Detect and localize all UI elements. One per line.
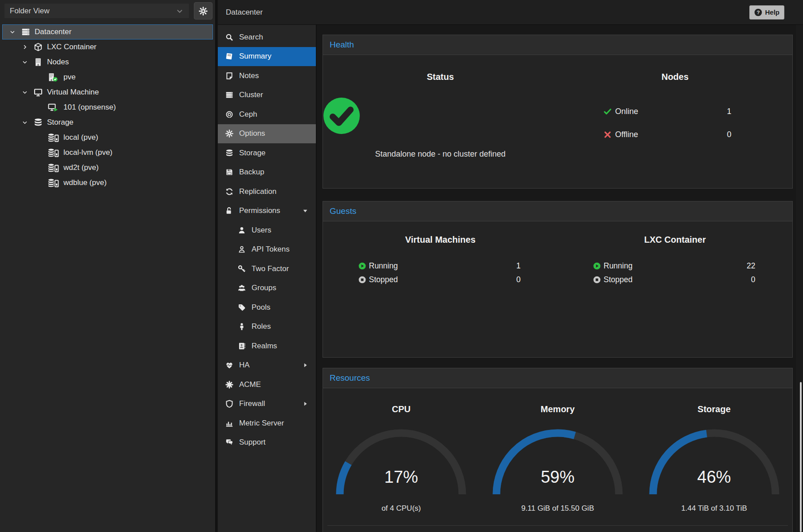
tree-item-pve[interactable]: pve [2, 70, 213, 85]
menu-item-two-factor[interactable]: Two Factor [218, 259, 316, 279]
nodes-status-column: Nodes Online1Offline0 [558, 55, 792, 159]
menu-item-replication[interactable]: Replication [218, 182, 316, 201]
tree-item-nodes[interactable]: Nodes [2, 55, 213, 70]
tree-settings-button[interactable] [194, 2, 213, 20]
tree-item-label: wdblue (pve) [63, 178, 106, 187]
tree-item-virtual-machine[interactable]: Virtual Machine [2, 85, 213, 100]
certificate-icon [224, 381, 235, 389]
tree-item-datacenter[interactable]: Datacenter [2, 24, 213, 39]
tree-item-wdblue-pve[interactable]: wdblue (pve) [2, 175, 213, 190]
tree-item-storage[interactable]: Storage [2, 115, 213, 130]
menu-item-groups[interactable]: Groups [218, 279, 316, 298]
users-icon [236, 284, 247, 292]
guests-panel: Guests Virtual MachinesRunning1Stopped0L… [323, 201, 793, 358]
chevron-down-icon[interactable] [7, 29, 18, 35]
menu-item-label: Firewall [239, 399, 265, 408]
sync-icon [224, 188, 235, 196]
guests-column-lxc-container: LXC ContainerRunning22Stopped0 [558, 221, 792, 287]
user-outline-icon [236, 245, 247, 253]
health-panel: Health Status Standalone node - no clust… [323, 35, 793, 189]
help-button[interactable]: ? Help [749, 5, 784, 20]
resource-tree: DatacenterLXC ContainerNodespveVirtual M… [0, 22, 215, 190]
guest-state-value: 0 [751, 275, 757, 284]
menu-item-firewall[interactable]: Firewall [218, 394, 316, 414]
cube-icon [34, 43, 43, 51]
tree-item-label: local (pve) [63, 133, 98, 142]
ceph-icon [224, 110, 235, 118]
chevron-down-icon[interactable] [20, 59, 30, 65]
gauge-percent: 46% [649, 468, 780, 487]
cross-icon [602, 130, 614, 139]
check-circle-icon [323, 97, 360, 134]
menu-item-label: Search [239, 33, 263, 42]
menu-item-label: Groups [252, 284, 276, 292]
menu-item-roles[interactable]: Roles [218, 317, 316, 337]
menu-item-options[interactable]: Options [218, 124, 316, 144]
menu-item-label: Support [239, 438, 266, 447]
menu-item-metric-server[interactable]: Metric Server [218, 414, 316, 433]
menu-item-backup[interactable]: Backup [218, 163, 316, 182]
tree-item-101-opnsense[interactable]: 101 (opnsense) [2, 100, 213, 115]
menu-item-summary[interactable]: Summary [218, 47, 316, 67]
menu-item-label: Options [239, 129, 265, 138]
menu-item-notes[interactable]: Notes [218, 66, 316, 86]
tree-item-lxc-container[interactable]: LXC Container [2, 39, 213, 55]
person-icon [236, 323, 247, 331]
node-state-value: 1 [727, 107, 748, 116]
caret-right-icon [300, 362, 311, 368]
caret-down-icon [300, 208, 311, 214]
menu-item-pools[interactable]: Pools [218, 298, 316, 317]
menu-item-api-tokens[interactable]: API Tokens [218, 240, 316, 260]
menu-item-support[interactable]: Support [218, 433, 316, 453]
chevron-down-icon[interactable] [20, 119, 30, 126]
resource-gauge-cpu: CPU17%of 4 CPU(s) [323, 388, 480, 513]
note-icon [224, 72, 235, 80]
content-scrollbar[interactable] [796, 25, 803, 532]
search-icon [224, 33, 235, 41]
menu-item-users[interactable]: Users [218, 221, 316, 240]
menu-item-permissions[interactable]: Permissions [218, 201, 316, 221]
menu-item-cluster[interactable]: Cluster [218, 86, 316, 105]
nodes-table: Online1Offline0 [602, 100, 748, 146]
resource-gauge-storage: Storage46%1.44 TiB of 3.10 TiB [636, 388, 792, 513]
menu-item-label: Permissions [239, 206, 280, 215]
tree-item-label: LXC Container [47, 43, 97, 51]
running-icon [593, 262, 601, 270]
menu-item-storage[interactable]: Storage [218, 143, 316, 163]
menu-item-acme[interactable]: ACME [218, 375, 316, 394]
floppy-icon [224, 168, 235, 176]
vm-running-icon [48, 103, 59, 112]
scrollbar-thumb[interactable] [800, 382, 802, 532]
gauge-heading: Storage [636, 404, 792, 414]
view-mode-select[interactable]: Folder View [4, 3, 189, 19]
gear-icon [224, 130, 235, 138]
database-icon [34, 118, 43, 127]
tree-item-wd2t-pve[interactable]: wd2t (pve) [2, 160, 213, 175]
menu-item-realms[interactable]: Realms [218, 336, 316, 356]
address-book-icon [236, 342, 247, 350]
node-online-icon [48, 73, 59, 82]
chevron-down-icon[interactable] [20, 89, 30, 95]
gauge-sublabel: 1.44 TiB of 3.10 TiB [636, 504, 792, 513]
chevron-right-icon[interactable] [20, 44, 30, 50]
menu-item-ceph[interactable]: Ceph [218, 105, 316, 124]
menu-item-label: ACME [239, 380, 261, 389]
summary-content: Health Status Standalone node - no clust… [317, 25, 803, 532]
storage-disk-icon [48, 148, 59, 157]
guest-table: Running22Stopped0 [593, 259, 757, 287]
tree-item-label: Storage [47, 118, 74, 127]
shield-icon [224, 400, 235, 408]
nodes-heading: Nodes [558, 72, 792, 82]
menu-item-label: Summary [239, 52, 272, 61]
menu-item-search[interactable]: Search [218, 28, 316, 47]
menu-item-label: Users [252, 226, 271, 235]
question-circle-icon: ? [754, 8, 762, 16]
tree-item-label: pve [63, 73, 75, 82]
unlock-icon [224, 207, 235, 215]
tree-item-local-pve[interactable]: local (pve) [2, 130, 213, 145]
resources-row-divider [327, 525, 788, 532]
storage-disk-icon [48, 133, 59, 142]
resource-gauge-memory: Memory59%9.11 GiB of 15.50 GiB [480, 388, 636, 513]
tree-item-local-lvm-pve[interactable]: local-lvm (pve) [2, 145, 213, 160]
menu-item-ha[interactable]: HA [218, 356, 316, 375]
